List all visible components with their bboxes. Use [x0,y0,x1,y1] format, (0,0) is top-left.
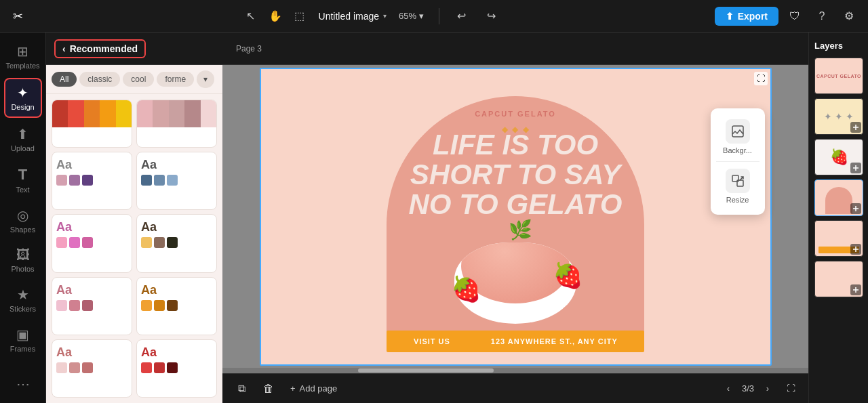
layer-thumb-1[interactable]: CAPCUT GELATO [814,58,863,94]
next-page-button[interactable]: › [760,381,776,397]
fullscreen-button[interactable]: ⛶ [781,379,800,398]
photos-label: Photos [11,265,34,273]
canvas-scroll[interactable]: CAPCUT GELATO ◆ ◆ ◆ LIFE IS TOO SHORT TO… [222,65,808,368]
copy-frame-button[interactable]: ⧉ [231,378,252,400]
toolbar-icons: ↖ ✋ ⬚ [240,5,311,27]
redo-button[interactable]: ↪ [480,5,502,27]
theme-card-7[interactable]: Aa [52,277,132,335]
theme-card-8[interactable]: Aa [136,277,217,335]
background-icon [726,119,750,144]
shield-icon-button[interactable]: 🛡 [784,5,806,27]
sidebar-item-stickers[interactable]: ★ Stickers [4,281,42,318]
panel-back-button[interactable]: ‹ Recommended [54,39,146,58]
canvas-scrollbar-thumb [358,368,494,373]
layer-thumb-4[interactable] [814,179,863,216]
background-label: Backgr... [723,146,752,154]
float-divider [716,161,760,162]
filter-cool-button[interactable]: cool [123,72,154,87]
select-tool-button[interactable]: ↖ [240,5,262,27]
sidebar-item-design[interactable]: ✦ Design [4,78,42,118]
title-chevron-icon: ▾ [383,12,387,20]
resize-icon [726,169,750,193]
bottom-tools-left: ⧉ 🗑 + Add page [231,378,342,400]
text-icon: T [18,166,27,184]
more-icon: ⋯ [16,376,30,392]
layer-thumb-5[interactable] [814,220,863,257]
zoom-control[interactable]: 65% ▾ [395,9,428,22]
settings-button[interactable]: ⚙ [838,5,860,27]
export-button[interactable]: ⬆ Export [715,7,778,26]
help-button[interactable]: ? [811,5,833,27]
theme-grid: Aa Aa [46,94,222,403]
theme-sample-8: Aa [141,283,212,297]
layer-thumb-2[interactable]: ✦ ✦ ✦ [814,98,863,135]
sidebar-item-photos[interactable]: 🖼 Photos [4,242,42,278]
add-page-label: Add page [300,383,338,394]
canvas-frame[interactable]: CAPCUT GELATO ◆ ◆ ◆ LIFE IS TOO SHORT TO… [260,68,772,366]
page-info: 3/3 [742,383,754,394]
sidebar-item-text[interactable]: T Text [4,161,42,199]
prev-page-button[interactable]: ‹ [720,381,736,397]
theme-sample-10: Aa [141,345,212,360]
text-label: Text [16,186,29,194]
document-title-area[interactable]: Untitled image ▾ [319,11,387,22]
background-tool[interactable]: Backgr... [711,114,765,160]
app-logo: ✂ [8,7,27,26]
theme-card-9[interactable]: Aa [52,339,132,398]
upload-icon: ⬆ [17,126,28,142]
sidebar-item-templates[interactable]: ⊞ Templates [4,38,42,75]
floating-tools-panel: Backgr... Resize [711,108,765,215]
theme-sample-3: Aa [56,158,127,172]
theme-card-2[interactable] [136,100,217,148]
delete-frame-button[interactable]: 🗑 [258,378,279,400]
filter-more-button[interactable]: ▾ [197,70,214,88]
filter-all-button[interactable]: All [52,72,77,87]
upload-label: Upload [11,144,35,152]
design-icon: ✦ [17,85,28,101]
hand-tool-button[interactable]: ✋ [264,5,286,27]
sidebar-item-frames[interactable]: ▣ Frames [4,321,42,358]
banner-right: 123 ANYWHERE ST., ANY CITY [491,337,618,345]
theme-card-4[interactable]: Aa [136,152,217,210]
theme-sample-9: Aa [56,345,127,360]
theme-sample-5: Aa [56,220,127,234]
theme-card-10[interactable]: Aa [136,339,217,398]
sidebar-item-upload[interactable]: ⬆ Upload [4,121,42,158]
theme-card-5[interactable]: Aa [52,214,132,272]
canvas-toolbar: Page 3 [222,33,808,65]
headline-line2: SHORT TO SAY [400,160,631,190]
layer-thumb-6[interactable] [814,261,863,297]
undo-button[interactable]: ↩ [450,5,472,27]
theme-card-6[interactable]: Aa [136,214,217,272]
canvas-expand-button[interactable]: ⛶ [754,72,768,85]
page-navigation: ‹ 3/3 › ⛶ [720,379,800,398]
sidebar-item-shapes[interactable]: ◎ Shapes [4,202,42,239]
theme-card-3[interactable]: Aa [52,152,132,210]
app-container: ✂ ↖ ✋ ⬚ Untitled image ▾ 65% ▾ ↩ ↪ ⬆ Exp [0,0,868,403]
canvas-scrollbar[interactable] [222,368,808,373]
theme-sample-4: Aa [141,158,212,172]
filter-forme-button[interactable]: forme [157,72,194,87]
panel-header: ‹ Recommended [46,33,222,65]
toolbar-divider [439,8,439,24]
nav-bottom: ⋯ [4,370,42,398]
top-bar: ✂ ↖ ✋ ⬚ Untitled image ▾ 65% ▾ ↩ ↪ ⬆ Exp [0,0,868,33]
layer-thumb-3[interactable]: 🍓 [814,139,863,175]
resize-tool[interactable]: Resize [711,163,765,209]
canvas-brand-text: CAPCUT GELATO [475,110,556,118]
design-label: Design [11,103,34,111]
canvas-area: Page 3 CAPCUT GELATO ◆ ◆ ◆ LIFE IS TOO [222,33,808,403]
filter-classic-button[interactable]: classic [79,72,120,87]
left-navigation: ⊞ Templates ✦ Design ⬆ Upload T Text ◎ S… [0,33,46,403]
frames-label: Frames [10,345,35,353]
canvas-wrapper: CAPCUT GELATO ◆ ◆ ◆ LIFE IS TOO SHORT TO… [260,68,772,366]
frame-tool-button[interactable]: ⬚ [289,5,311,27]
zoom-chevron-icon: ▾ [419,11,424,21]
nav-more-button[interactable]: ⋯ [4,370,42,398]
theme-card-1[interactable] [52,100,132,148]
export-label: Export [738,11,768,22]
add-page-button[interactable]: + Add page [285,378,342,400]
top-bar-left: ✂ [8,7,27,26]
export-icon: ⬆ [726,11,734,22]
banner-left: VISIT US [414,337,450,345]
